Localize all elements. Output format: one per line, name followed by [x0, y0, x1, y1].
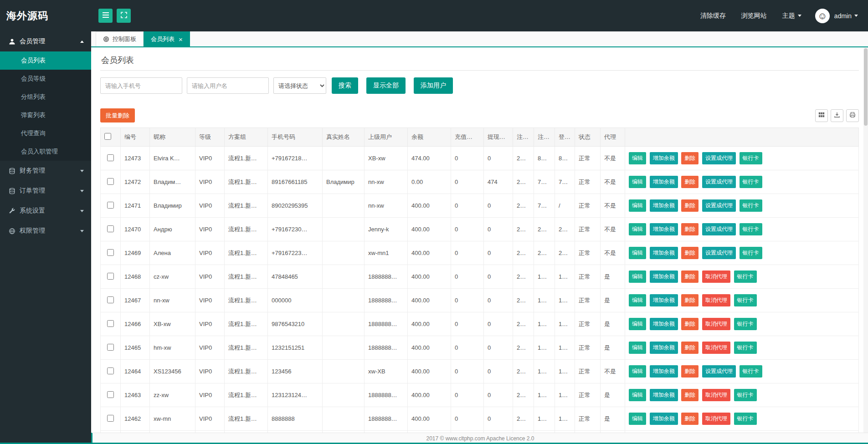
delete-button[interactable]: 删除: [681, 342, 699, 354]
add-balance-button[interactable]: 增加余额: [650, 342, 678, 354]
batch-delete-button[interactable]: 批量删除: [100, 108, 135, 122]
agent-toggle-button[interactable]: 设置成代理: [702, 152, 736, 164]
scrollbar[interactable]: [863, 47, 868, 433]
user-dropdown[interactable]: admin: [834, 12, 858, 20]
agent-toggle-button[interactable]: 取消代理: [702, 342, 730, 354]
scrollbar-thumb[interactable]: [864, 48, 868, 126]
sidebar-group-members[interactable]: 会员管理: [0, 31, 91, 51]
phone-input[interactable]: [100, 77, 182, 94]
edit-button[interactable]: 编辑: [629, 294, 646, 306]
edit-button[interactable]: 编辑: [629, 247, 646, 259]
edit-button[interactable]: 编辑: [629, 342, 646, 354]
add-balance-button[interactable]: 增加余额: [650, 176, 678, 188]
row-checkbox[interactable]: [107, 344, 114, 351]
edit-button[interactable]: 编辑: [629, 223, 646, 235]
delete-button[interactable]: 删除: [681, 270, 699, 283]
close-icon[interactable]: ×: [179, 36, 183, 43]
delete-button[interactable]: 删除: [681, 152, 699, 164]
search-button[interactable]: 搜索: [332, 77, 358, 94]
add-user-button[interactable]: 添加用户: [414, 77, 453, 94]
delete-button[interactable]: 删除: [681, 199, 699, 212]
delete-button[interactable]: 删除: [681, 294, 699, 306]
sidebar-item-agent-query[interactable]: 代理查询: [0, 124, 91, 143]
delete-button[interactable]: 删除: [681, 247, 699, 259]
add-balance-button[interactable]: 增加余额: [650, 270, 678, 283]
clear-cache-link[interactable]: 清除缓存: [700, 12, 726, 20]
row-checkbox[interactable]: [107, 367, 114, 374]
row-checkbox[interactable]: [107, 202, 114, 209]
edit-button[interactable]: 编辑: [629, 176, 646, 188]
agent-toggle-button[interactable]: 设置成代理: [702, 365, 736, 378]
tab-dashboard[interactable]: 控制面板: [96, 31, 144, 46]
username-input[interactable]: [187, 77, 269, 94]
bank-card-button[interactable]: 银行卡: [734, 413, 757, 425]
bank-card-button[interactable]: 银行卡: [734, 389, 757, 401]
show-all-button[interactable]: 显示全部: [366, 77, 406, 94]
agent-toggle-button[interactable]: 设置成代理: [702, 223, 736, 235]
edit-button[interactable]: 编辑: [629, 413, 646, 425]
row-checkbox[interactable]: [107, 391, 114, 398]
row-checkbox[interactable]: [107, 320, 114, 327]
row-checkbox[interactable]: [107, 296, 114, 303]
add-balance-button[interactable]: 增加余额: [650, 223, 678, 235]
sidebar-item-popup-list[interactable]: 弹窗列表: [0, 106, 91, 124]
edit-button[interactable]: 编辑: [629, 199, 646, 212]
row-checkbox[interactable]: [107, 249, 114, 256]
delete-button[interactable]: 删除: [681, 318, 699, 330]
row-checkbox[interactable]: [107, 154, 114, 161]
row-checkbox[interactable]: [107, 178, 114, 185]
add-balance-button[interactable]: 增加余额: [650, 413, 678, 425]
select-all-checkbox[interactable]: [104, 133, 111, 140]
add-balance-button[interactable]: 增加余额: [650, 199, 678, 212]
bank-card-button[interactable]: 银行卡: [734, 270, 757, 283]
row-checkbox[interactable]: [107, 225, 114, 232]
row-checkbox[interactable]: [107, 273, 114, 280]
bank-card-button[interactable]: 银行卡: [740, 247, 762, 259]
agent-toggle-button[interactable]: 取消代理: [702, 389, 730, 401]
fullscreen-button[interactable]: [117, 9, 131, 23]
sidebar-item-member-list[interactable]: 会员列表: [0, 51, 91, 70]
sidebar-item-member-entry[interactable]: 会员入职管理: [0, 143, 91, 161]
bank-card-button[interactable]: 银行卡: [740, 152, 762, 164]
sidebar-item-member-level[interactable]: 会员等级: [0, 70, 91, 88]
sidebar-group-settings[interactable]: 系统设置: [0, 201, 91, 221]
sidebar-toggle-button[interactable]: [98, 9, 113, 23]
agent-toggle-button[interactable]: 设置成代理: [702, 199, 736, 212]
edit-button[interactable]: 编辑: [629, 152, 646, 164]
add-balance-button[interactable]: 增加余额: [650, 389, 678, 401]
agent-toggle-button[interactable]: 取消代理: [702, 318, 730, 330]
edit-button[interactable]: 编辑: [629, 389, 646, 401]
add-balance-button[interactable]: 增加余额: [650, 152, 678, 164]
add-balance-button[interactable]: 增加余额: [650, 365, 678, 378]
bank-card-button[interactable]: 银行卡: [734, 342, 757, 354]
add-balance-button[interactable]: 增加余额: [650, 247, 678, 259]
sidebar-group-orders[interactable]: 订单管理: [0, 181, 91, 201]
add-balance-button[interactable]: 增加余额: [650, 294, 678, 306]
sidebar-group-permissions[interactable]: 权限管理: [0, 221, 91, 241]
delete-button[interactable]: 删除: [681, 176, 699, 188]
bank-card-button[interactable]: 银行卡: [740, 176, 762, 188]
agent-toggle-button[interactable]: 取消代理: [702, 270, 730, 283]
bank-card-button[interactable]: 银行卡: [740, 223, 762, 235]
edit-button[interactable]: 编辑: [629, 318, 646, 330]
agent-toggle-button[interactable]: 设置成代理: [702, 176, 736, 188]
delete-button[interactable]: 删除: [681, 365, 699, 378]
tab-member-list[interactable]: 会员列表 ×: [144, 31, 190, 46]
agent-toggle-button[interactable]: 设置成代理: [702, 247, 736, 259]
status-select[interactable]: 请选择状态: [273, 77, 326, 94]
sidebar-group-finance[interactable]: 财务管理: [0, 161, 91, 181]
print-button[interactable]: [846, 109, 859, 122]
agent-toggle-button[interactable]: 取消代理: [702, 294, 730, 306]
edit-button[interactable]: 编辑: [629, 365, 646, 378]
agent-toggle-button[interactable]: 取消代理: [702, 413, 730, 425]
bank-card-button[interactable]: 银行卡: [740, 365, 762, 378]
bank-card-button[interactable]: 银行卡: [734, 294, 757, 306]
bank-card-button[interactable]: 银行卡: [734, 318, 757, 330]
bank-card-button[interactable]: 银行卡: [740, 199, 762, 212]
add-balance-button[interactable]: 增加余额: [650, 318, 678, 330]
row-checkbox[interactable]: [107, 415, 114, 422]
delete-button[interactable]: 删除: [681, 223, 699, 235]
browse-site-link[interactable]: 浏览网站: [741, 12, 767, 20]
edit-button[interactable]: 编辑: [629, 270, 646, 283]
theme-dropdown[interactable]: 主题: [782, 12, 801, 20]
